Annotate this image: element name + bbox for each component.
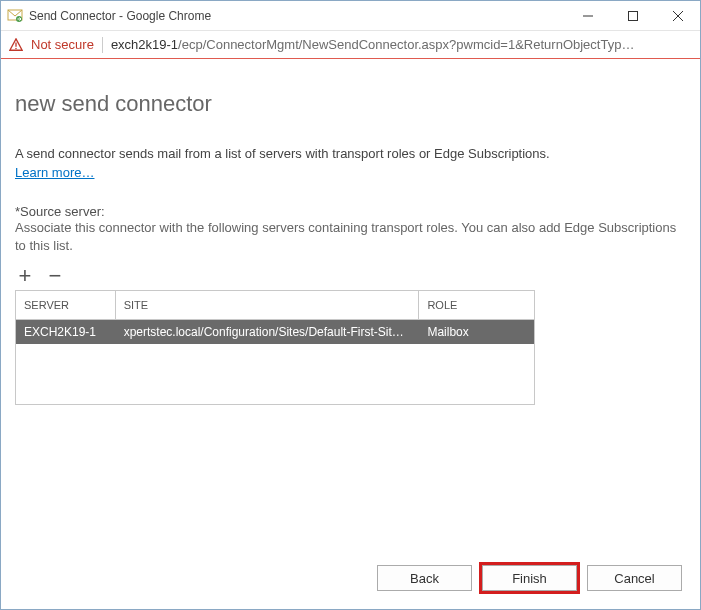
url-host: exch2k19-1 xyxy=(111,37,178,52)
svg-point-7 xyxy=(15,47,17,49)
grid-body: EXCH2K19-1 xpertstec.local/Configuration… xyxy=(16,320,534,404)
add-button[interactable]: + xyxy=(15,266,35,286)
column-header-site[interactable]: SITE xyxy=(116,291,420,319)
content-area: new send connector A send connector send… xyxy=(1,59,700,405)
plus-icon: + xyxy=(19,263,32,288)
maximize-icon xyxy=(628,11,638,21)
window-title: Send Connector - Google Chrome xyxy=(29,9,565,23)
url-path: /ecp/ConnectorMgmt/NewSendConnector.aspx… xyxy=(178,37,634,52)
source-server-description: Associate this connector with the follow… xyxy=(15,219,686,255)
warning-icon xyxy=(9,38,23,52)
back-button[interactable]: Back xyxy=(377,565,472,591)
address-bar: Not secure exch2k19-1/ecp/ConnectorMgmt/… xyxy=(1,31,700,59)
remove-button[interactable]: − xyxy=(45,266,65,286)
minus-icon: − xyxy=(49,263,62,288)
svg-rect-3 xyxy=(628,11,637,20)
cell-role: Mailbox xyxy=(419,320,534,344)
finish-button[interactable]: Finish xyxy=(482,565,577,591)
page-description: A send connector sends mail from a list … xyxy=(15,145,686,163)
table-row[interactable]: EXCH2K19-1 xpertstec.local/Configuration… xyxy=(16,320,534,344)
grid-header: SERVER SITE ROLE xyxy=(16,291,534,320)
not-secure-label[interactable]: Not secure xyxy=(31,37,94,52)
close-button[interactable] xyxy=(655,1,700,30)
grid-toolbar: + − xyxy=(15,266,686,286)
cell-site: xpertstec.local/Configuration/Sites/Defa… xyxy=(116,320,420,344)
source-server-label: *Source server: xyxy=(15,204,686,219)
cell-server: EXCH2K19-1 xyxy=(16,320,116,344)
app-icon xyxy=(7,8,23,24)
cancel-button[interactable]: Cancel xyxy=(587,565,682,591)
learn-more-link[interactable]: Learn more… xyxy=(15,165,94,180)
column-header-server[interactable]: SERVER xyxy=(16,291,116,319)
divider xyxy=(102,37,103,53)
minimize-icon xyxy=(583,11,593,21)
server-grid: SERVER SITE ROLE EXCH2K19-1 xpertstec.lo… xyxy=(15,290,535,405)
column-header-role[interactable]: ROLE xyxy=(419,291,534,319)
close-icon xyxy=(673,11,683,21)
maximize-button[interactable] xyxy=(610,1,655,30)
titlebar: Send Connector - Google Chrome xyxy=(1,1,700,31)
minimize-button[interactable] xyxy=(565,1,610,30)
window-controls xyxy=(565,1,700,30)
page-title: new send connector xyxy=(15,91,686,117)
wizard-buttons: Back Finish Cancel xyxy=(377,565,682,591)
url-text[interactable]: exch2k19-1/ecp/ConnectorMgmt/NewSendConn… xyxy=(111,37,635,52)
